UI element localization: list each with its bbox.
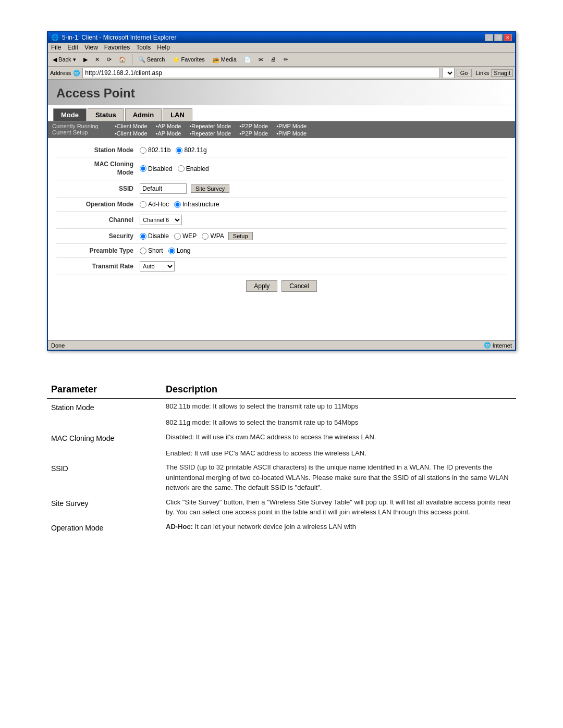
channel-label: Channel [56, 216, 140, 224]
doc-param [47, 446, 162, 461]
menu-help[interactable]: Help [157, 44, 170, 51]
address-bar: Address 🌐 Go Links SnagIt [48, 67, 515, 80]
doc-desc: AD-Hoc: It can let your network device j… [162, 520, 516, 536]
mode-ap-running: •AP Mode [156, 123, 181, 129]
cancel-button[interactable]: Cancel [282, 280, 316, 292]
back-button[interactable]: ◀ Back ▾ [50, 55, 79, 64]
edit-button[interactable]: ✏ [281, 55, 291, 64]
forward-button[interactable]: ▶ [81, 55, 90, 64]
menu-edit[interactable]: Edit [67, 44, 78, 51]
apply-button[interactable]: Apply [246, 280, 277, 292]
doc-row: Enabled: It will use PC's MAC address to… [47, 446, 516, 461]
menu-favorites[interactable]: Favorites [104, 44, 130, 51]
op-infrastructure-option[interactable]: Infrastructure [174, 201, 219, 208]
desc-header: Description [162, 382, 516, 399]
menu-view[interactable]: View [84, 44, 98, 51]
mac-enabled-option[interactable]: Enabled [178, 165, 209, 172]
transmit-rate-select[interactable]: Auto 1Mbps 2Mbps 5.5Mbps 11Mbps 6Mbps 9M… [140, 261, 175, 272]
param-name: SSID [51, 464, 68, 473]
print-button[interactable]: 🖨 [268, 55, 279, 64]
station-mode-802-11b[interactable]: 802.11b [140, 146, 170, 154]
param-header: Parameter [47, 382, 162, 399]
current-setup-label: Current Setup [52, 129, 104, 135]
radio-infrastructure[interactable] [174, 201, 181, 208]
radio-802-11b[interactable] [140, 147, 146, 154]
browser-icon: 🌐 [51, 34, 59, 41]
favorites-button[interactable]: ⭐ Favorites [170, 55, 207, 64]
status-row: Currently Running Current Setup •Client … [48, 121, 515, 138]
doc-section: Parameter Description Station Mode802.11… [47, 382, 516, 536]
mac-cloning-label: MAC CloningMode [56, 161, 140, 177]
mail-button[interactable]: ✉ [256, 55, 266, 64]
ssid-input[interactable] [140, 183, 187, 194]
status-bar: Done 🌐 Internet [48, 340, 515, 350]
channel-select[interactable]: Channel 6 Channel 1 Channel 2 Channel 3 … [140, 215, 182, 225]
radio-adhoc[interactable] [140, 201, 146, 208]
tab-mode[interactable]: Mode [53, 108, 87, 121]
radio-wpa[interactable] [202, 233, 209, 240]
internet-icon: 🌐 [484, 342, 491, 349]
op-adhoc-option[interactable]: Ad-Hoc [140, 201, 169, 208]
radio-wep[interactable] [174, 233, 181, 240]
tab-admin[interactable]: Admin [125, 108, 162, 121]
doc-desc: The SSID (up to 32 printable ASCII chara… [162, 460, 516, 495]
security-radio-group: Disable WEP WPA [140, 232, 224, 240]
doc-row: MAC Cloning ModeDisabled: It will use it… [47, 430, 516, 446]
page-icon: 🌐 [73, 70, 80, 77]
toolbar: ◀ Back ▾ ▶ ✕ ⟳ 🏠 🔍 Search ⭐ Favorites 📻 … [48, 53, 515, 67]
operation-mode-label: Operation Mode [56, 201, 140, 208]
address-dropdown[interactable] [442, 68, 455, 78]
home-button[interactable]: 🏠 [116, 55, 129, 64]
menu-file[interactable]: File [51, 44, 61, 51]
radio-802-11g[interactable] [176, 147, 182, 154]
sec-wep-option[interactable]: WEP [174, 232, 197, 240]
menu-tools[interactable]: Tools [136, 44, 151, 51]
go-button[interactable]: Go [457, 69, 472, 77]
tab-status[interactable]: Status [88, 108, 124, 121]
radio-long[interactable] [168, 248, 175, 254]
mac-disabled-option[interactable]: Disabled [140, 165, 173, 172]
page-content: Access Point Mode Status Admin LAN Curre… [48, 80, 515, 340]
radio-mac-disabled[interactable] [140, 165, 146, 172]
security-setup-button[interactable]: Setup [228, 232, 253, 240]
doc-desc: Enabled: It will use PC's MAC address to… [162, 446, 516, 461]
mac-cloning-radio-group: Disabled Enabled [140, 165, 209, 172]
mode-repeater-setup: •Repeater Mode [189, 130, 231, 137]
maximize-button[interactable]: □ [494, 34, 503, 41]
sec-wpa-option[interactable]: WPA [202, 232, 224, 240]
search-button[interactable]: 🔍 Search [136, 55, 168, 64]
stop-button[interactable]: ✕ [92, 55, 102, 64]
doc-row: Station Mode802.11b mode: It allows to s… [47, 399, 516, 415]
pre-long-option[interactable]: Long [168, 247, 191, 254]
media-button[interactable]: 📻 Media [210, 55, 239, 64]
doc-param: MAC Cloning Mode [47, 430, 162, 446]
snagit-btn[interactable]: SnagIt [491, 69, 513, 77]
pre-short-option[interactable]: Short [140, 247, 163, 254]
history-button[interactable]: 📄 [241, 55, 254, 64]
station-mode-row: Station Mode 802.11b 802.11g [56, 143, 507, 157]
address-label: Address [50, 70, 71, 76]
radio-mac-enabled[interactable] [178, 165, 185, 172]
security-row: Security Disable WEP WPA [56, 229, 507, 244]
station-mode-radio-group: 802.11b 802.11g [140, 146, 207, 154]
ap-header: Access Point [48, 80, 515, 105]
radio-short[interactable] [140, 248, 146, 254]
refresh-button[interactable]: ⟳ [104, 55, 114, 64]
site-survey-button[interactable]: Site Survey [191, 184, 229, 193]
mode-p2p-setup: •P2P Mode [239, 130, 268, 137]
toolbar-separator [132, 54, 132, 65]
browser-window: 🌐 5-in-1: Client - Microsoft Internet Ex… [47, 31, 516, 351]
tab-lan[interactable]: LAN [163, 108, 192, 121]
address-input[interactable] [82, 68, 439, 78]
preamble-row: Preamble Type Short Long [56, 244, 507, 258]
doc-desc: 802.11b mode: It allows to select the tr… [162, 399, 516, 415]
minimize-button[interactable]: _ [485, 34, 493, 41]
station-mode-802-11g[interactable]: 802.11g [176, 146, 206, 154]
form-area: Station Mode 802.11b 802.11g [48, 138, 515, 301]
menu-bar: File Edit View Favorites Tools Help [48, 43, 515, 53]
sec-disable-option[interactable]: Disable [140, 232, 169, 240]
close-button[interactable]: ✕ [504, 34, 512, 41]
transmit-rate-row: Transmit Rate Auto 1Mbps 2Mbps 5.5Mbps 1… [56, 258, 507, 275]
radio-disable[interactable] [140, 233, 146, 240]
ssid-label: SSID [56, 185, 140, 192]
